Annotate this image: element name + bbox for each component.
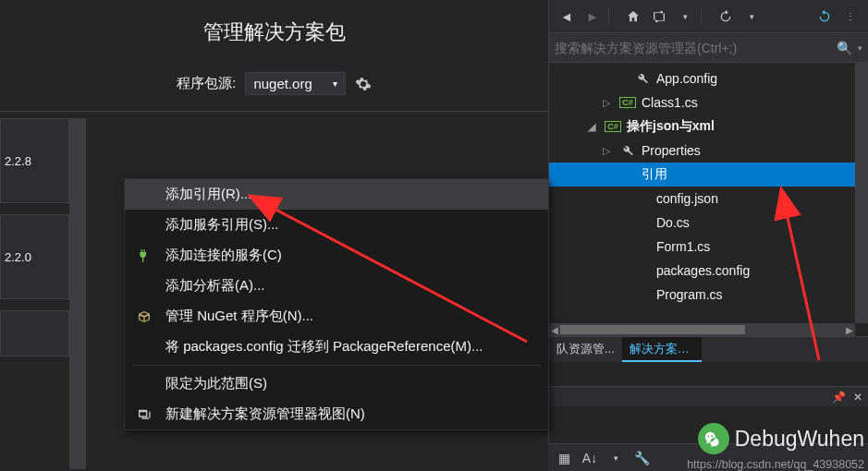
blank-icon <box>134 276 154 296</box>
grid-icon[interactable]: ▦ <box>554 448 574 468</box>
sync-icon[interactable] <box>649 6 669 27</box>
chevron-down-icon[interactable]: ▾ <box>858 43 862 53</box>
file-icon <box>619 142 636 159</box>
menu-item-label: 添加分析器(A)... <box>165 277 265 295</box>
file-icon <box>634 190 651 207</box>
plug-icon <box>134 246 154 266</box>
pkg-source-value: nuget.org <box>253 76 312 91</box>
gear-icon[interactable] <box>355 76 372 92</box>
wrench-icon[interactable]: 🔧 <box>631 448 652 468</box>
tree-node-label: Form1.cs <box>656 239 710 254</box>
package-icon <box>134 307 154 327</box>
search-icon[interactable]: 🔍 <box>837 41 852 55</box>
blank-icon <box>134 185 154 205</box>
menu-item-label: 添加连接的服务(C) <box>165 247 282 264</box>
panel-tab[interactable]: 队资源管... <box>549 337 622 362</box>
menu-separator <box>132 365 541 366</box>
wechat-icon <box>698 423 729 454</box>
file-icon <box>634 238 651 255</box>
gutter <box>69 118 86 469</box>
window-icon <box>134 405 154 425</box>
menu-item[interactable]: 管理 NuGet 程序包(N)... <box>125 301 548 332</box>
tree-node[interactable]: Program.cs <box>549 283 868 307</box>
file-icon <box>619 166 636 183</box>
forward-icon[interactable]: ► <box>582 6 603 27</box>
menu-item[interactable]: 添加连接的服务(C) <box>125 240 548 271</box>
menu-item[interactable]: 将 packages.config 迁移到 PackageReference(M… <box>125 332 548 362</box>
watermark-url: https://blog.csdn.net/qq_43938052 <box>687 458 864 471</box>
file-icon: C# <box>605 118 621 135</box>
expand-icon[interactable]: ◢ <box>588 121 599 133</box>
tree-node-label: config.json <box>656 191 718 206</box>
more-icon[interactable]: ⋮ <box>840 6 861 27</box>
panel-tabs: 队资源管...解决方案资... <box>549 336 868 362</box>
history-icon[interactable] <box>715 6 736 27</box>
sort-icon[interactable]: A↓ <box>580 448 600 468</box>
solution-toolbar: ◄ ► ▾ ▾ ⋮ <box>549 0 868 33</box>
menu-item[interactable]: 添加服务引用(S)... <box>125 210 548 240</box>
file-icon <box>634 70 651 87</box>
expand-icon[interactable]: ▷ <box>603 97 614 109</box>
file-icon: C# <box>619 94 636 111</box>
tree-node-label: Program.cs <box>656 287 723 302</box>
menu-item-label: 管理 NuGet 程序包(N)... <box>165 308 313 325</box>
close-icon[interactable]: ✕ <box>853 391 862 404</box>
blank-icon <box>134 337 154 357</box>
tree-node-label: 引用 <box>642 166 667 183</box>
file-icon <box>634 214 651 231</box>
search-input[interactable] <box>555 41 837 55</box>
menu-item[interactable]: 新建解决方案资源管理器视图(N) <box>125 399 548 429</box>
tree-node[interactable]: ▷C#Class1.cs <box>549 91 868 115</box>
menu-item[interactable]: 限定为此范围(S) <box>125 368 548 399</box>
menu-item-label: 添加服务引用(S)... <box>165 216 279 234</box>
menu-item-label: 添加引用(R)... <box>165 186 251 203</box>
blank-icon <box>134 215 154 236</box>
solution-search[interactable]: 🔍 ▾ <box>549 33 868 63</box>
pkg-source-label: 程序包源: <box>177 75 236 92</box>
file-icon <box>634 262 651 279</box>
horizontal-scrollbar[interactable]: ◀ ▶ <box>549 323 855 336</box>
tree-node-label: App.config <box>656 71 717 86</box>
page-title: 管理解决方案包 <box>0 18 548 46</box>
chevron-down-icon[interactable]: ▾ <box>675 6 695 27</box>
tree-node[interactable]: ◢C#操作json与xml <box>549 115 868 139</box>
chevron-down-icon[interactable]: ▾ <box>605 448 626 468</box>
tree-node-label: Do.cs <box>656 215 690 230</box>
tree-node[interactable]: config.json <box>549 187 868 211</box>
tree-node[interactable]: packages.config <box>549 259 868 283</box>
blank-icon <box>134 374 154 394</box>
watermark: DebugWuhen <box>698 423 864 454</box>
version-box-1[interactable]: 2.2.0 <box>0 214 69 299</box>
menu-item-label: 限定为此范围(S) <box>165 375 267 392</box>
home-icon[interactable] <box>623 6 643 27</box>
pin-icon[interactable]: 📌 <box>832 391 846 404</box>
file-icon <box>634 286 651 303</box>
pkg-source-select[interactable]: nuget.org ▾ <box>245 72 345 95</box>
tree-node-label: packages.config <box>656 263 750 278</box>
tree-node[interactable]: Form1.cs <box>549 235 868 259</box>
tree-node-label: 操作json与xml <box>627 118 715 135</box>
tree-node[interactable]: Do.cs <box>549 211 868 235</box>
chevron-down-icon: ▾ <box>333 78 337 89</box>
refresh-icon[interactable] <box>814 6 835 27</box>
menu-item-label: 将 packages.config 迁移到 PackageReference(M… <box>165 338 483 356</box>
solution-tree[interactable]: App.config▷C#Class1.cs◢C#操作json与xml▷Prop… <box>549 63 868 321</box>
tree-node[interactable]: 引用 <box>549 163 868 187</box>
tree-node-label: Class1.cs <box>642 95 698 110</box>
vertical-scrollbar[interactable] <box>855 63 868 323</box>
menu-item[interactable]: 添加引用(R)... <box>125 179 548 210</box>
version-box-2[interactable] <box>0 310 69 356</box>
chevron-down-icon[interactable]: ▾ <box>741 6 762 27</box>
tree-node[interactable]: App.config <box>549 66 868 91</box>
menu-item[interactable]: 添加分析器(A)... <box>125 271 548 301</box>
tree-node-label: Properties <box>642 143 701 158</box>
context-menu: 添加引用(R)...添加服务引用(S)...添加连接的服务(C)添加分析器(A)… <box>124 178 549 430</box>
menu-item-label: 新建解决方案资源管理器视图(N) <box>165 405 365 423</box>
back-icon[interactable]: ◄ <box>556 6 577 27</box>
version-box-0[interactable]: 2.2.8 <box>0 118 69 203</box>
tree-node[interactable]: ▷Properties <box>549 139 868 163</box>
expand-icon[interactable]: ▷ <box>603 145 614 157</box>
panel-tab[interactable]: 解决方案资... <box>622 337 702 362</box>
